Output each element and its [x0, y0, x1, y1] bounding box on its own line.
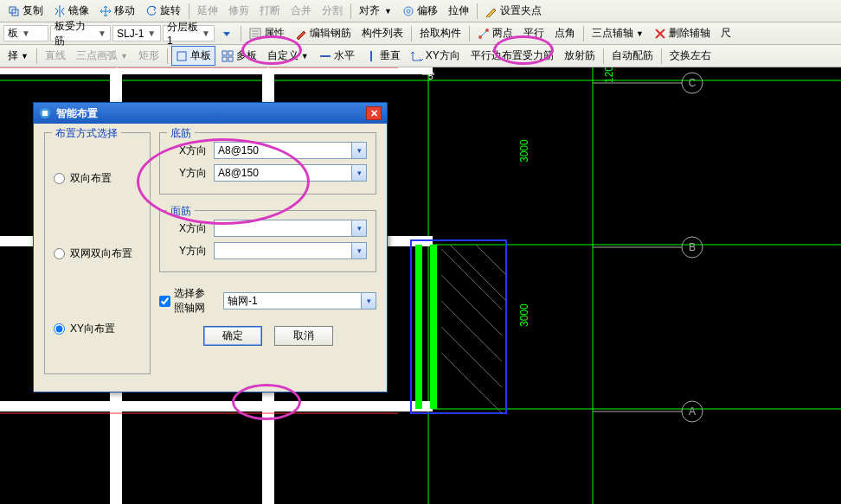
attr-button[interactable]: 属性 — [245, 23, 289, 43]
multi-icon — [221, 50, 234, 62]
bottom-y-combo[interactable]: ▾ — [214, 164, 367, 182]
cancel-button[interactable]: 取消 — [274, 326, 333, 346]
radio-xy[interactable]: XY向布置 — [54, 322, 141, 336]
smart-place-dialog: 智能布置 ✕ 布置方式选择 双向布置 双网双向布置 XY向布置 底筋 X方向 ▾ — [33, 102, 388, 392]
svg-text:3000: 3000 — [518, 139, 530, 163]
ok-button[interactable]: 确定 — [203, 326, 262, 346]
break-button[interactable]: 打断 — [255, 1, 285, 21]
twopoint-icon — [478, 28, 490, 40]
arc-button[interactable]: 三点画弧▼ — [72, 46, 132, 66]
stretch-button[interactable]: 拉伸 — [444, 1, 473, 21]
delaux-button[interactable]: 删除辅轴 — [650, 23, 715, 43]
rotate-button[interactable]: 旋转 — [141, 1, 185, 21]
select-button[interactable]: 择▼ — [3, 46, 33, 66]
extend-button[interactable]: 延伸 — [193, 1, 222, 21]
top-x-combo[interactable]: ▾ — [214, 220, 367, 237]
arrow-down-button[interactable] — [216, 25, 237, 42]
dialog-title: 智能布置 — [56, 106, 98, 121]
svg-text:B: B — [689, 241, 696, 253]
align-button[interactable]: 对齐▼ — [355, 1, 396, 21]
svg-text:12000: 12000 — [603, 67, 615, 83]
xy-icon — [411, 50, 423, 62]
top-y-combo[interactable]: ▾ — [214, 242, 367, 259]
single-icon — [176, 50, 188, 62]
swaplr-button[interactable]: 交换左右 — [665, 46, 716, 66]
placement-mode-group: 布置方式选择 双向布置 双网双向布置 XY向布置 — [44, 132, 151, 374]
custom-button[interactable]: 自定义▼ — [263, 46, 313, 66]
svg-text:3: 3 — [117, 72, 122, 81]
xydir-button[interactable]: XY方向 — [407, 46, 465, 66]
rotate-icon — [145, 5, 157, 17]
line-button[interactable]: 直线 — [41, 46, 70, 66]
dialog-titlebar[interactable]: 智能布置 ✕ — [34, 103, 387, 124]
dialog-close-button[interactable]: ✕ — [366, 106, 382, 120]
horiz-button[interactable]: 水平 — [315, 46, 359, 66]
multi-button[interactable]: 多板 — [217, 46, 261, 66]
editrebar-button[interactable]: 编辑钢筋 — [291, 23, 356, 43]
trim-button[interactable]: 修剪 — [224, 1, 254, 21]
list-icon — [249, 28, 261, 40]
dd-slj[interactable]: SLJ-1▼ — [112, 25, 161, 41]
horiz-icon — [319, 50, 331, 62]
radio-doublenet[interactable]: 双网双向布置 — [54, 246, 141, 261]
merge-button[interactable]: 合并 — [286, 1, 316, 21]
svg-rect-15 — [228, 57, 233, 61]
svg-line-39 — [476, 245, 506, 275]
svg-line-35 — [441, 301, 502, 361]
setgrip-button[interactable]: 设置夹点 — [481, 1, 546, 21]
radio-biaxial[interactable]: 双向布置 — [54, 171, 141, 186]
bottom-x-combo[interactable]: ▾ — [214, 142, 367, 159]
ydir-label: Y方向 — [169, 244, 207, 258]
group-label: 布置方式选择 — [52, 126, 121, 141]
group-label: 底筋 — [167, 126, 195, 141]
dropdown-icon[interactable]: ▾ — [351, 143, 366, 158]
move-button[interactable]: 移动 — [95, 1, 139, 21]
copy-button[interactable]: 复制 — [3, 1, 48, 21]
paredge-button[interactable]: 平行边布置受力筋 — [466, 46, 558, 66]
autorebar-button[interactable]: 自动配筋 — [607, 46, 658, 66]
ruler-button[interactable]: 尺 — [716, 23, 735, 43]
dropdown-icon[interactable]: ▾ — [361, 293, 376, 309]
xdir-label: X方向 — [169, 221, 207, 236]
offset-button[interactable]: 偏移 — [398, 1, 442, 21]
svg-rect-11 — [177, 52, 186, 61]
offset-icon — [402, 5, 414, 17]
complist-button[interactable]: 构件列表 — [357, 23, 408, 43]
svg-rect-25 — [0, 67, 433, 74]
svg-text:C: C — [689, 77, 697, 89]
toolbar-place: 择▼ 直线 三点画弧▼ 矩形 单板 多板 自定义▼ 水平 垂直 XY方向 平行边… — [0, 45, 841, 67]
svg-rect-12 — [222, 51, 227, 55]
ref-axis-combo[interactable]: ▾ — [223, 292, 376, 309]
toolbar-component: 板▼ 板受力筋▼ SLJ-1▼ 分层板1▼ 属性 编辑钢筋 构件列表 拾取构件 … — [0, 22, 841, 45]
twopoint-button[interactable]: 两点 — [473, 23, 517, 43]
svg-point-2 — [404, 7, 413, 16]
svg-line-37 — [441, 353, 502, 413]
pickcomp-button[interactable]: 拾取构件 — [415, 23, 465, 43]
dd-layer[interactable]: 分层板1▼ — [163, 25, 215, 41]
dropdown-icon[interactable]: ▾ — [351, 165, 366, 181]
mirror-icon — [54, 5, 66, 17]
pencil-icon — [485, 5, 498, 17]
dropdown-icon[interactable]: ▾ — [351, 243, 366, 258]
single-button[interactable]: 单板 — [171, 46, 215, 66]
group-label: 面筋 — [167, 204, 195, 219]
svg-line-33 — [441, 249, 502, 309]
split-button[interactable]: 分割 — [318, 1, 347, 21]
threeaux-button[interactable]: 三点辅轴▼ — [587, 23, 648, 43]
pencil-icon — [295, 28, 307, 40]
rect-button[interactable]: 矩形 — [134, 46, 164, 66]
svg-line-10 — [480, 30, 487, 37]
vert-button[interactable]: 垂直 — [361, 46, 405, 66]
svg-text:3000: 3000 — [518, 303, 530, 327]
ptangle-button[interactable]: 点角 — [550, 23, 580, 43]
dropdown-icon[interactable]: ▾ — [351, 220, 366, 236]
parallel-button[interactable]: 平行 — [519, 23, 549, 43]
toolbar-edit: 复制 镜像 移动 旋转 延伸 修剪 打断 合并 分割 对齐▼ 偏移 拉伸 设置夹… — [0, 0, 841, 22]
ref-axis-checkbox[interactable] — [159, 296, 170, 307]
dd-rebar[interactable]: 板受力筋▼ — [50, 25, 111, 41]
vert-icon — [365, 50, 377, 62]
radial-button[interactable]: 放射筋 — [560, 46, 600, 66]
dd-ban[interactable]: 板▼ — [3, 25, 48, 41]
svg-text:5: 5 — [428, 72, 433, 81]
svg-point-3 — [407, 10, 410, 13]
